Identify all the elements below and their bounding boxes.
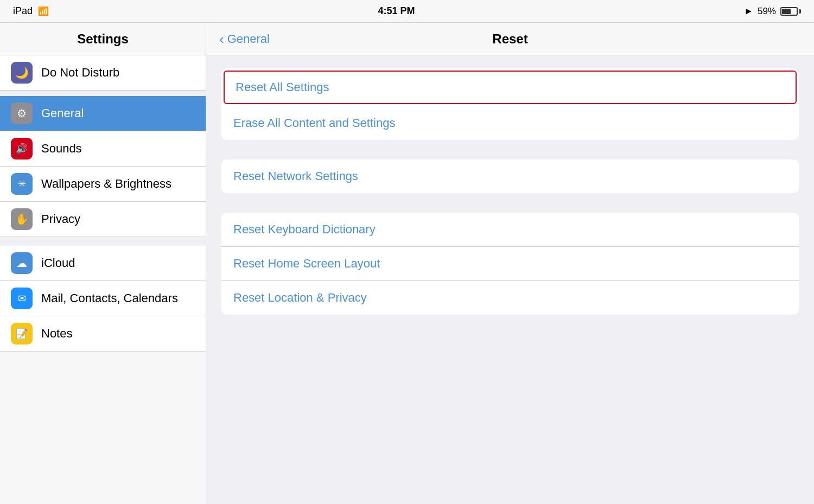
sidebar-item-general[interactable]: ⚙ General [0, 96, 206, 131]
mail-icon: ✉ [11, 288, 33, 309]
back-chevron-icon: ‹ [219, 32, 224, 46]
wifi-icon: 📶 [38, 6, 49, 16]
sidebar-list: 🌙 Do Not Disturb ⚙ General 🔊 Sounds ✳ Wa… [0, 55, 206, 504]
status-bar: iPad 📶 4:51 PM ► 59% [0, 0, 814, 23]
back-label[interactable]: General [227, 32, 270, 46]
sidebar-item-notes[interactable]: 📝 Notes [0, 316, 206, 352]
privacy-icon: ✋ [11, 208, 33, 230]
status-time: 4:51 PM [378, 5, 415, 17]
gap-2 [221, 203, 799, 213]
sidebar-group-separator-2 [0, 237, 206, 246]
reset-group-2: Reset Network Settings [221, 160, 799, 193]
sounds-label: Sounds [41, 142, 82, 156]
sidebar-item-privacy[interactable]: ✋ Privacy [0, 202, 206, 237]
content-title: Reset [492, 31, 527, 47]
erase-all-label: Erase All Content and Settings [233, 116, 395, 130]
battery-percent: 59% [758, 6, 776, 17]
do-not-disturb-label: Do Not Disturb [41, 66, 119, 80]
erase-all-item[interactable]: Erase All Content and Settings [221, 106, 799, 140]
sidebar-item-wallpapers[interactable]: ✳ Wallpapers & Brightness [0, 167, 206, 202]
status-left: iPad 📶 [13, 5, 49, 17]
main-container: Settings 🌙 Do Not Disturb ⚙ General 🔊 So… [0, 23, 814, 504]
reset-keyboard-label: Reset Keyboard Dictionary [233, 222, 376, 237]
battery-icon [780, 7, 801, 16]
sidebar-header: Settings [0, 23, 206, 55]
back-button[interactable]: ‹ General [219, 32, 270, 46]
content-body: Reset All Settings Erase All Content and… [206, 55, 814, 504]
content-panel: ‹ General Reset Reset All Settings Erase… [206, 23, 814, 504]
general-icon: ⚙ [11, 103, 33, 124]
general-label: General [41, 106, 84, 120]
reset-location-label: Reset Location & Privacy [233, 291, 367, 305]
reset-home-screen-label: Reset Home Screen Layout [233, 257, 380, 271]
sidebar-item-mail[interactable]: ✉ Mail, Contacts, Calendars [0, 281, 206, 316]
icloud-label: iCloud [41, 256, 75, 270]
reset-all-settings-item[interactable]: Reset All Settings [224, 71, 797, 104]
sidebar-title: Settings [77, 31, 129, 47]
do-not-disturb-icon: 🌙 [11, 62, 33, 84]
location-icon: ► [744, 6, 753, 17]
notes-label: Notes [41, 327, 72, 341]
status-right: ► 59% [744, 6, 801, 17]
icloud-icon: ☁ [11, 252, 33, 274]
sidebar-item-sounds[interactable]: 🔊 Sounds [0, 131, 206, 167]
reset-group-1: Reset All Settings Erase All Content and… [221, 68, 799, 140]
reset-keyboard-item[interactable]: Reset Keyboard Dictionary [221, 213, 799, 247]
sidebar-item-do-not-disturb[interactable]: 🌙 Do Not Disturb [0, 55, 206, 91]
gap-1 [221, 150, 799, 160]
privacy-label: Privacy [41, 212, 80, 226]
sounds-icon: 🔊 [11, 138, 33, 160]
wallpapers-icon: ✳ [11, 173, 33, 195]
notes-icon: 📝 [11, 323, 33, 344]
reset-network-item[interactable]: Reset Network Settings [221, 160, 799, 193]
reset-location-item[interactable]: Reset Location & Privacy [221, 281, 799, 315]
sidebar-item-icloud[interactable]: ☁ iCloud [0, 246, 206, 281]
reset-home-screen-item[interactable]: Reset Home Screen Layout [221, 247, 799, 281]
reset-all-settings-label: Reset All Settings [236, 80, 329, 94]
reset-network-label: Reset Network Settings [233, 169, 358, 183]
sidebar: Settings 🌙 Do Not Disturb ⚙ General 🔊 So… [0, 23, 206, 504]
ipad-label: iPad [13, 5, 33, 17]
mail-label: Mail, Contacts, Calendars [41, 291, 178, 305]
content-header: ‹ General Reset [206, 23, 814, 55]
sidebar-group-separator-1 [0, 91, 206, 96]
reset-group-3: Reset Keyboard Dictionary Reset Home Scr… [221, 213, 799, 315]
wallpapers-label: Wallpapers & Brightness [41, 177, 171, 191]
